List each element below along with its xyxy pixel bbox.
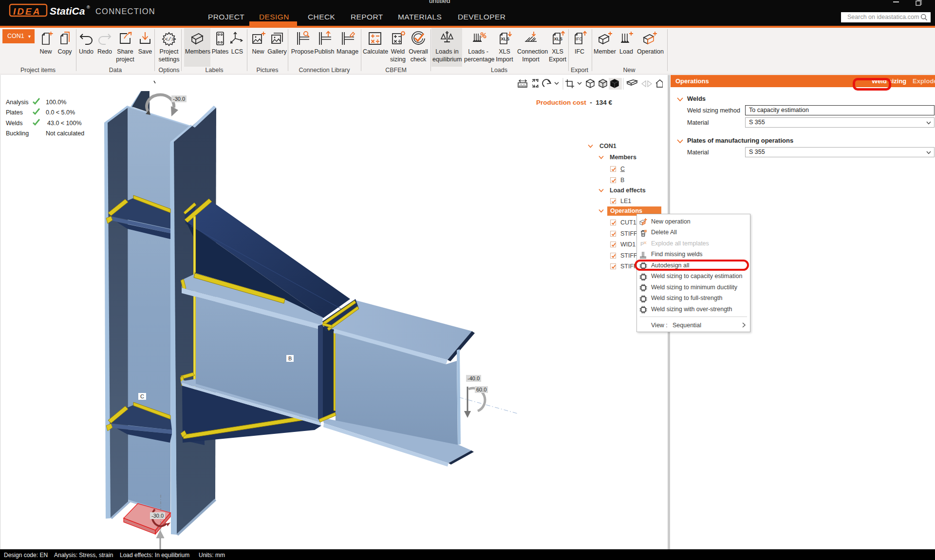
svg-text:P: P: [640, 241, 644, 247]
